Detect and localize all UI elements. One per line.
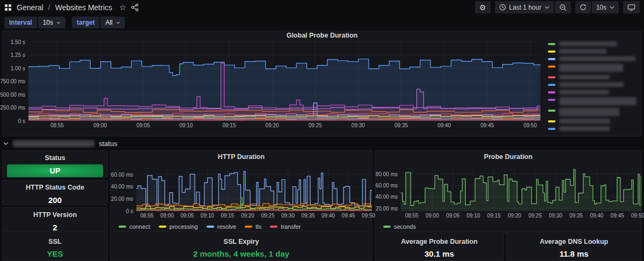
legend-item-redacted[interactable] (548, 82, 638, 87)
row-title-suffix: status (99, 140, 118, 148)
legend (540, 39, 641, 134)
stat-value: 2 (3, 223, 107, 232)
x-tick-label: 09:50 (362, 213, 375, 219)
legend-item-redacted[interactable] (548, 49, 638, 54)
legend-item-redacted[interactable] (548, 75, 638, 79)
top-nav: General / Websites Metrics ☆ ⚙ Last 1 ho… (0, 0, 644, 15)
y-axis: 60.00 ms40.00 ms20.00 ms0 s (111, 167, 136, 211)
panel-probe-duration: Probe Duration 80.00 ms60.00 ms40.00 ms2… (375, 150, 642, 233)
x-tick-label: 09:05 (136, 122, 150, 128)
x-tick-label: 09:20 (266, 122, 279, 128)
cycle-view-mode-button[interactable] (623, 1, 640, 13)
refresh-interval-dropdown[interactable]: 10s (592, 1, 619, 13)
y-tick-label: 1.25 s (11, 52, 25, 58)
legend-item-seconds[interactable]: seconds (383, 223, 416, 230)
stat-value: 2 months, 4 weeks, 1 day (111, 249, 372, 258)
clock-icon (499, 4, 506, 11)
x-tick-label: 09:10 (467, 213, 480, 219)
stat-value: 11.8 ms (507, 249, 641, 258)
y-tick-label: 20.00 ms (376, 206, 398, 212)
panel-title[interactable]: SSL (3, 234, 107, 246)
legend-item-redacted[interactable] (548, 56, 638, 61)
legend-item-resolve[interactable]: resolve (207, 223, 236, 230)
legend-item-transfer[interactable]: transfer (270, 223, 301, 230)
redacted-series-name (559, 75, 610, 79)
legend-label: resolve (217, 223, 236, 230)
x-tick-label: 09:05 (446, 213, 459, 219)
panel-ssl: SSL YES (2, 231, 108, 261)
x-tick-label: 09:25 (309, 122, 322, 128)
x-axis: 08:5509:0009:0509:1009:1509:2009:2509:30… (401, 211, 641, 219)
y-axis: 80.00 ms60.00 ms40.00 ms20.00 ms (375, 167, 401, 211)
legend-item-tls[interactable]: tls (245, 223, 261, 230)
legend-color-dash (548, 120, 555, 122)
zoom-out-button[interactable] (555, 1, 571, 13)
legend-color-dash (548, 76, 555, 78)
target-variable: target All (72, 17, 125, 28)
legend-item-redacted[interactable] (548, 41, 638, 46)
panel-title[interactable]: Status (3, 151, 107, 162)
breadcrumb-section[interactable]: General (17, 3, 43, 12)
stat-value: 200 (3, 195, 107, 205)
share-icon[interactable] (131, 3, 139, 11)
legend-color-dash (548, 99, 555, 101)
panel-average-probe-duration: Average Probe Duration 30.1 ms (375, 231, 504, 261)
x-tick-label: 09:35 (394, 122, 408, 128)
legend-label: tls (255, 223, 261, 230)
x-tick-label: 08:55 (405, 213, 419, 219)
redacted-series-name (559, 64, 623, 72)
x-tick-label: 09:05 (180, 213, 194, 219)
panel-global-probe-duration: Global Probe Duration 1.50 s1.25 s1.00 s… (2, 31, 642, 136)
x-tick-label: 09:15 (487, 213, 501, 219)
star-icon[interactable]: ☆ (119, 3, 126, 11)
legend-color-dash (548, 50, 555, 53)
legend-item-redacted[interactable] (548, 90, 638, 95)
legend-item-redacted[interactable] (548, 126, 638, 131)
legend-color-dash (548, 128, 555, 130)
redacted-series-name (559, 82, 624, 87)
y-tick-label: 1.00 s (11, 66, 25, 71)
x-tick-label: 09:50 (523, 122, 537, 128)
time-series-plot[interactable] (401, 167, 641, 211)
x-tick-label: 09:00 (426, 213, 439, 219)
page-title: Websites Metrics (55, 3, 112, 12)
panel-title[interactable]: Probe Duration (375, 151, 641, 163)
panel-title[interactable]: Average Probe Duration (375, 234, 503, 246)
x-axis: 08:5509:0009:0509:1009:1509:2009:2509:30… (136, 211, 372, 219)
legend-item-redacted[interactable] (548, 97, 638, 105)
row-header-status[interactable]: status (2, 136, 642, 150)
interval-dropdown[interactable]: 10s (38, 17, 65, 28)
refresh-button[interactable] (575, 1, 591, 13)
y-tick-label: 40.00 ms (111, 184, 133, 190)
template-variables-bar: Interval 10s target All (0, 15, 644, 31)
apps-grid-icon[interactable] (4, 4, 12, 11)
panel-title[interactable]: HTTP Status Code (3, 180, 107, 191)
panel-title[interactable]: HTTP Duration (111, 151, 372, 163)
x-axis: 08:5509:0009:0509:1009:1509:2009:2509:30… (28, 121, 540, 129)
legend-item-redacted[interactable] (548, 119, 638, 124)
target-dropdown[interactable]: All (100, 17, 125, 28)
gear-icon: ⚙ (479, 4, 486, 11)
y-tick-label: 80.00 ms (376, 171, 398, 177)
legend: seconds (375, 221, 641, 232)
panel-title[interactable]: Average DNS Lookup (507, 234, 641, 246)
legend-item-redacted[interactable] (548, 108, 638, 116)
panel-title[interactable]: SSL Expiry (111, 234, 372, 246)
interval-label: Interval (4, 17, 37, 28)
legend-label: processing (170, 223, 198, 230)
legend-item-redacted[interactable] (548, 64, 638, 72)
legend-item-processing[interactable]: processing (159, 223, 198, 230)
panel-title[interactable]: Global Probe Duration (3, 31, 641, 39)
redacted-series-name (559, 97, 636, 105)
stat-column: Status UP HTTP Status Code 200 HTTP Vers… (2, 150, 108, 233)
chevron-down-icon (56, 21, 61, 24)
interval-variable: Interval 10s (4, 17, 65, 28)
time-range-picker[interactable]: Last 1 hour (495, 1, 554, 13)
time-series-plot[interactable] (28, 39, 540, 121)
panel-title[interactable]: HTTP Version (3, 208, 107, 219)
x-tick-label: 09:30 (281, 213, 295, 219)
dashboard-settings-button[interactable]: ⚙ (475, 1, 491, 13)
time-series-plot[interactable] (136, 167, 372, 211)
legend-label: seconds (394, 223, 416, 230)
legend-item-connect[interactable]: connect (119, 223, 150, 230)
